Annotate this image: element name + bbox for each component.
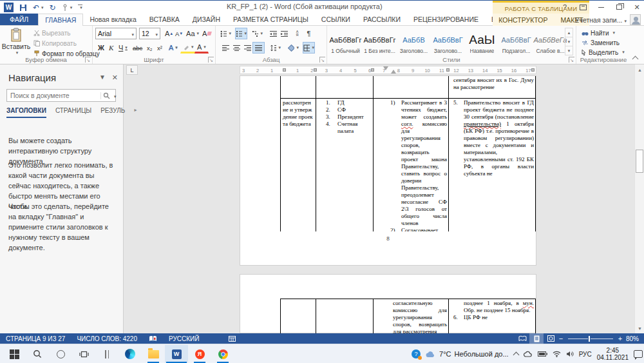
onedrive-icon[interactable] [524,351,533,357]
style-card[interactable]: АаБбВЗаголово... [398,28,430,55]
styles-scroll-down[interactable]: ▼ [565,37,573,46]
weather-widget[interactable]: 7°C Небольшой до... [426,350,509,358]
styles-dialog-launcher[interactable]: ↘ [569,57,574,63]
tab-review[interactable]: РЕЦЕНЗИРОВАНИЕ [407,14,485,25]
strikethrough-button[interactable]: abc [130,42,145,54]
justify-button[interactable] [252,42,265,54]
table-column-marker[interactable] [283,68,286,72]
zoom-slider[interactable] [568,338,613,339]
paste-button[interactable]: Вставить [3,28,30,59]
table-column-marker[interactable] [371,68,374,72]
taskbar-search-button[interactable] [26,345,49,363]
subscript-button[interactable]: х₂ [144,42,155,54]
tab-references[interactable]: ССЫЛКИ [315,14,357,25]
web-layout-button[interactable] [544,333,558,344]
touch-mode-icon[interactable] [62,4,73,12]
table-cell[interactable] [280,76,316,98]
vertical-scrollbar[interactable]: ▲ ▼ [634,64,644,333]
nav-tab-headings[interactable]: ЗАГОЛОВКИ [6,107,46,118]
search-input[interactable] [7,92,100,99]
scroll-up-icon[interactable]: ▲ [635,64,644,75]
action-center-icon[interactable] [634,350,643,358]
start-button[interactable] [3,345,26,363]
document-page[interactable]: сентября вносит их в Гос. Думу на рассмо… [240,75,536,266]
close-button[interactable]: ✕ [632,3,641,12]
show-hidden-icons-button[interactable] [513,352,519,358]
nav-options-dropdown-icon[interactable]: ▼ [99,74,106,82]
word-app-icon[interactable]: W [4,3,14,12]
undo-icon[interactable]: ↶ [33,3,44,12]
table-cell-stage[interactable]: рассмотрение и утверждение проекта бюдже… [280,99,316,231]
table-column-marker[interactable] [446,68,450,72]
document-page[interactable]: согласительную комиссию для урегулирован… [240,274,536,333]
read-mode-button[interactable] [515,333,529,344]
zoom-level[interactable]: 80% [623,335,643,342]
task-view-button[interactable] [72,345,95,363]
redo-icon[interactable]: ↻ [50,3,56,12]
table-cell[interactable]: сентября вносит их в Гос. Думу на рассмо… [448,76,536,98]
nav-tab-results[interactable]: РЕЗУЛЬ [100,107,125,118]
clock[interactable]: 2:45 04.11.2021 [597,347,629,361]
shading-button[interactable] [287,42,299,54]
zoom-slider-thumb[interactable] [588,335,591,342]
account-label[interactable]: Учетная запи... [575,16,627,24]
restore-button[interactable] [614,3,623,12]
zoom-out-button[interactable]: − [558,335,564,342]
tab-page-layout[interactable]: РАЗМЕТКА СТРАНИЦЫ [227,14,315,25]
change-case-button[interactable]: Аа [184,28,202,39]
customize-qat-icon[interactable] [78,5,82,10]
table-cell[interactable]: позднее 1 ноября, в мун. Обр. не позднее… [448,299,536,333]
find-button[interactable]: Найти [579,28,618,37]
tab-selector-button[interactable]: L [126,65,138,75]
bullets-button[interactable] [220,28,232,39]
macro-record-icon[interactable] [223,333,242,344]
table-cell[interactable] [316,299,373,333]
word-taskbar-button[interactable]: W [165,345,188,363]
chrome-button[interactable] [211,345,234,363]
style-card[interactable]: АаБбВвГг1 Обычный [330,28,361,55]
ribbon-display-options-button[interactable] [578,3,587,12]
search-icon[interactable] [100,92,112,99]
help-button[interactable]: ? [560,3,569,12]
volume-icon[interactable] [566,351,574,357]
yandex-browser-button[interactable]: Я [188,345,211,363]
numbering-button[interactable] [235,28,247,39]
avatar[interactable] [630,14,641,25]
tab-file[interactable]: ФАЙЛ [0,14,38,25]
multilevel-list-button[interactable] [251,28,263,39]
minimize-button[interactable] [596,3,605,12]
page-indicator[interactable]: СТРАНИЦА 9 ИЗ 27 [0,333,71,344]
select-button[interactable]: Выделить [579,48,627,57]
underline-button[interactable]: Ч [116,42,130,54]
tab-design[interactable]: ДИЗАЙН [186,14,227,25]
document-table[interactable]: согласительную комиссию для урегулирован… [280,299,536,333]
increase-indent-button[interactable] [278,28,290,39]
font-family-combo[interactable]: Arial [95,28,137,39]
zoom-in-button[interactable]: + [617,335,623,342]
tab-insert[interactable]: ВСТАВКА [143,14,186,25]
superscript-button[interactable]: х² [155,42,165,54]
copy-button[interactable]: Копировать [31,39,102,48]
sort-button[interactable]: АЯ [291,28,303,39]
font-color-button[interactable]: А [194,42,209,54]
table-cell[interactable] [280,299,316,333]
nav-tab-pages[interactable]: СТРАНИЦЫ [55,107,91,118]
tab-mailings[interactable]: РАССЫЛКИ [357,14,407,25]
line-spacing-button[interactable] [269,42,281,54]
save-icon[interactable] [19,4,27,12]
font-size-combo[interactable]: 12 [139,28,160,39]
get-help-icon[interactable]: ? [412,349,421,358]
collapse-ribbon-button[interactable] [632,56,639,60]
scroll-down-icon[interactable]: ▼ [635,323,644,333]
replace-button[interactable]: Заменить [579,38,622,47]
battery-icon[interactable] [538,351,547,357]
proofing-errors-icon[interactable] [143,333,163,344]
styles-scroll-up[interactable]: ▲ [565,28,573,37]
scrollbar-thumb[interactable] [636,150,643,173]
style-card[interactable]: АаБбВвГЗаголово... [432,28,464,55]
table-column-marker[interactable] [314,68,317,72]
table-cell-terms[interactable]: 5. Правительство вносит в ГД проект бюдж… [448,99,536,231]
table-column-marker[interactable] [531,68,535,72]
tab-table-design[interactable]: КОНСТРУКТОР [492,14,554,26]
style-card[interactable]: АаБбВеГаСлабое в... [535,28,566,55]
